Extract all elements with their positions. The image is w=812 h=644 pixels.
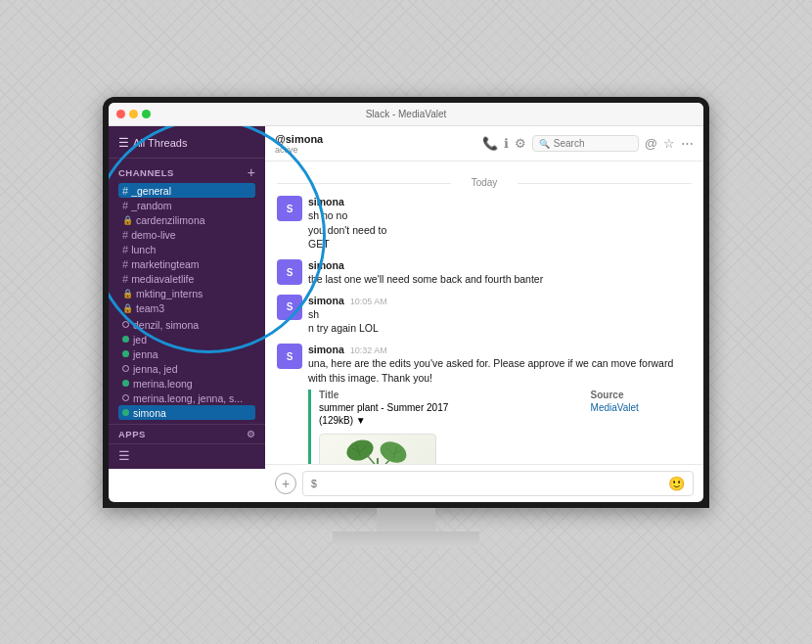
search-icon: 🔍 xyxy=(539,139,550,149)
dm-name: jenna xyxy=(133,348,158,360)
message-sender: simona xyxy=(308,344,344,355)
dm-item-jenna-jed[interactable]: jenna, jed xyxy=(118,361,255,376)
all-threads-label: All Threads xyxy=(133,137,187,149)
dm-name: denzil, simona xyxy=(133,319,199,331)
channel-item-mkting[interactable]: 🔒 mkting_interns xyxy=(118,286,255,300)
message-group: S simona 10:05 AM sh n try again LOL xyxy=(277,295,692,336)
message-text: sh no no xyxy=(308,208,692,223)
star-icon[interactable]: ☆ xyxy=(663,136,675,151)
channels-title: CHANNELS xyxy=(118,167,174,178)
chat-input-area: + $ 🙂 xyxy=(265,464,703,502)
attachment-source-col: Source xyxy=(591,390,692,402)
presence-away-icon xyxy=(122,365,129,372)
channel-hash-icon: # xyxy=(122,185,128,197)
channel-name: lunch xyxy=(131,244,156,255)
channels-section: CHANNELS + # _general # _random xyxy=(109,159,265,317)
at-icon[interactable]: @ xyxy=(645,136,657,151)
presence-online-icon xyxy=(122,380,129,387)
channel-lock-icon: 🔒 xyxy=(122,215,133,225)
message-content: simona the last one we'll need some back… xyxy=(308,259,692,287)
channel-name: _general xyxy=(131,185,171,197)
channel-hash-icon: # xyxy=(122,273,128,285)
channel-lock-icon: 🔒 xyxy=(122,289,133,299)
dm-name: jenna, jed xyxy=(133,363,178,375)
dm-item-jed[interactable]: jed xyxy=(118,332,255,346)
plant-svg xyxy=(338,438,417,465)
avatar: S xyxy=(277,259,302,285)
channel-item-general[interactable]: # _general xyxy=(118,183,255,198)
chat-header-left: @simona active xyxy=(275,133,323,155)
message-group: S simona sh no no you don't need to GET xyxy=(277,196,692,252)
message-time: 10:32 AM xyxy=(350,345,387,355)
channel-name: team3 xyxy=(136,302,164,314)
channel-item-random[interactable]: # _random xyxy=(118,198,255,212)
message-meta: simona 10:32 AM xyxy=(308,344,692,355)
info-icon[interactable]: ℹ xyxy=(504,136,509,151)
dm-item-jenna[interactable]: jenna xyxy=(118,346,255,361)
all-threads-icon: ☰ xyxy=(118,136,129,150)
minimize-button[interactable] xyxy=(129,110,138,118)
sidebar-container: ☰ All Threads CHANNELS + # xyxy=(109,126,265,502)
channel-item-lunch[interactable]: # lunch xyxy=(118,242,255,256)
message-text: the last one we'll need some back and fo… xyxy=(308,272,692,287)
channel-item-team3[interactable]: 🔒 team3 xyxy=(118,300,255,315)
emoji-icon[interactable]: 🙂 xyxy=(668,476,685,491)
add-attachment-button[interactable]: + xyxy=(275,473,296,494)
message-input[interactable]: $ 🙂 xyxy=(302,471,694,496)
monitor-stand-neck xyxy=(377,508,435,531)
apps-title: APPS xyxy=(118,429,146,439)
message-sender: simona xyxy=(308,259,344,271)
channel-item-mediavaletlife[interactable]: # mediavaletlife xyxy=(118,271,255,286)
apps-settings-icon[interactable]: ⚙ xyxy=(247,429,255,439)
presence-away-icon xyxy=(122,321,129,328)
maximize-button[interactable] xyxy=(142,110,151,118)
add-channel-button[interactable]: + xyxy=(248,164,255,180)
message-time: 10:05 AM xyxy=(350,297,387,306)
plant-image xyxy=(319,434,436,465)
dm-item-simona[interactable]: simona xyxy=(118,405,255,420)
more-icon[interactable]: ⋯ xyxy=(681,136,694,151)
channel-item-cardenzilimona[interactable]: 🔒 cardenzilimona xyxy=(118,212,255,227)
svg-line-5 xyxy=(368,456,378,465)
attachment-filesize: (129kB) ▼ xyxy=(319,415,591,428)
presence-online-icon xyxy=(122,409,129,416)
close-button[interactable] xyxy=(116,110,125,118)
message-text: sh xyxy=(308,307,692,322)
message-text: you don't need to xyxy=(308,223,692,238)
message-group: S simona the last one we'll need some ba… xyxy=(277,259,692,287)
search-input[interactable] xyxy=(554,138,632,149)
dm-name: merina.leong xyxy=(133,378,193,390)
all-threads-item[interactable]: ☰ All Threads xyxy=(118,134,255,152)
monitor-stand-base xyxy=(333,531,479,547)
search-box[interactable]: 🔍 xyxy=(532,135,639,152)
call-icon[interactable]: 📞 xyxy=(482,136,498,151)
channel-lock-icon: 🔒 xyxy=(122,303,133,313)
main-content: @simona active 📞 ℹ ⚙ 🔍 @ xyxy=(265,126,703,502)
message-sender: simona xyxy=(308,295,344,306)
channel-name: _random xyxy=(131,200,171,211)
avatar: S xyxy=(277,344,302,369)
apps-header: APPS ⚙ xyxy=(118,429,255,439)
titlebar: Slack - MediaValet xyxy=(109,103,703,126)
compose-icon[interactable]: ☰ xyxy=(118,448,130,463)
dm-item-merina-group[interactable]: merina.leong, jenna, s... xyxy=(118,391,255,405)
dm-item-merina[interactable]: merina.leong xyxy=(118,376,255,391)
channel-name: cardenzilimona xyxy=(136,214,205,226)
channel-item-marketingteam[interactable]: # marketingteam xyxy=(118,256,255,271)
attachment-table: Title Source summer plant - Summer 2017 … xyxy=(319,390,692,428)
window-title: Slack - MediaValet xyxy=(366,109,447,119)
sidebar-bottom: ☰ xyxy=(109,443,265,469)
presence-online-icon xyxy=(122,336,129,343)
settings-icon[interactable]: ⚙ xyxy=(515,136,526,151)
attachment-source-val[interactable]: MediaValet xyxy=(591,402,692,415)
attachment-title-val: summer plant - Summer 2017 xyxy=(319,402,591,415)
dm-section: denzil, simona jed jenna xyxy=(109,317,265,424)
message-content: simona sh no no you don't need to GET xyxy=(308,196,692,252)
message-content: simona 10:05 AM sh n try again LOL xyxy=(308,295,692,336)
avatar: S xyxy=(277,196,302,221)
dm-item-denzil[interactable]: denzil, simona xyxy=(118,317,255,332)
channel-item-demolive[interactable]: # demo-live xyxy=(118,227,255,242)
sidebar: ☰ All Threads CHANNELS + # xyxy=(109,126,265,469)
attachment-title-col: Title xyxy=(319,390,591,402)
monitor-wrapper: Slack - MediaValet ☰ All Threads xyxy=(103,97,709,547)
